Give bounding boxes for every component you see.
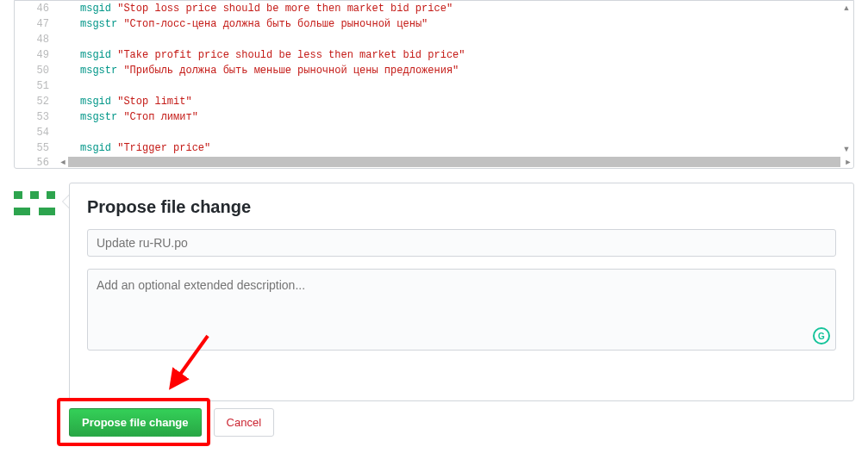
line-content: msgstr "Стоп лимит" <box>58 109 853 125</box>
code-line[interactable]: 47msgstr "Стоп-лосс-цена должна быть бол… <box>15 16 853 32</box>
line-number: 47 <box>15 16 58 32</box>
line-content <box>58 78 853 94</box>
line-content: msgstr "Стоп-лосс-цена должна быть больш… <box>58 16 853 32</box>
code-line[interactable]: 53msgstr "Стоп лимит" <box>15 109 853 125</box>
svg-line-0 <box>175 336 208 382</box>
code-line[interactable]: 55msgid "Trigger price" <box>15 140 853 156</box>
line-content: msgid "Stop loss price should be more th… <box>58 1 853 16</box>
line-content: msgid "Take profit price should be less … <box>58 47 853 63</box>
line-number: 50 <box>15 63 58 78</box>
code-line[interactable]: 51 <box>15 78 853 94</box>
code-line[interactable]: 50msgstr "Прибыль должна быть меньше рын… <box>15 63 853 78</box>
code-line[interactable]: 54 <box>15 125 853 140</box>
line-number: 51 <box>15 78 58 94</box>
horizontal-scrollbar[interactable]: 56 ◄ ► <box>15 156 853 168</box>
grammarly-icon[interactable]: G <box>813 327 830 344</box>
line-number: 52 <box>15 94 58 109</box>
code-line[interactable]: 46msgid "Stop loss price should be more … <box>15 1 853 16</box>
line-content <box>58 32 853 47</box>
line-content <box>58 125 853 140</box>
annotation-arrow <box>87 357 836 383</box>
panel-heading: Propose file change <box>87 197 836 217</box>
line-number: 53 <box>15 109 58 125</box>
line-number: 46 <box>15 1 58 16</box>
scrollbar-track[interactable] <box>68 157 840 167</box>
commit-title-input[interactable] <box>87 229 836 257</box>
line-number: 54 <box>15 125 58 140</box>
line-number: 56 <box>15 156 58 168</box>
scroll-down-icon[interactable]: ▼ <box>841 144 852 154</box>
line-content: msgid "Stop limit" <box>58 94 853 109</box>
code-line[interactable]: 48 <box>15 32 853 47</box>
scroll-left-icon[interactable]: ◄ <box>58 157 68 167</box>
vertical-scrollbar[interactable]: ▲ ▼ <box>841 3 852 154</box>
line-number: 49 <box>15 47 58 63</box>
code-editor[interactable]: 46msgid "Stop loss price should be more … <box>14 0 854 169</box>
avatar <box>14 183 55 224</box>
propose-panel: Propose file change G <box>69 183 854 401</box>
cancel-button[interactable]: Cancel <box>214 408 274 437</box>
code-line[interactable]: 52msgid "Stop limit" <box>15 94 853 109</box>
line-content: msgstr "Прибыль должна быть меньше рыноч… <box>58 63 853 78</box>
propose-file-change-button[interactable]: Propose file change <box>69 408 202 437</box>
code-line[interactable]: 49msgid "Take profit price should be les… <box>15 47 853 63</box>
line-content: msgid "Trigger price" <box>58 140 853 156</box>
line-number: 55 <box>15 140 58 156</box>
scroll-up-icon[interactable]: ▲ <box>841 3 852 13</box>
line-number: 48 <box>15 32 58 47</box>
scroll-right-icon[interactable]: ► <box>843 157 853 167</box>
